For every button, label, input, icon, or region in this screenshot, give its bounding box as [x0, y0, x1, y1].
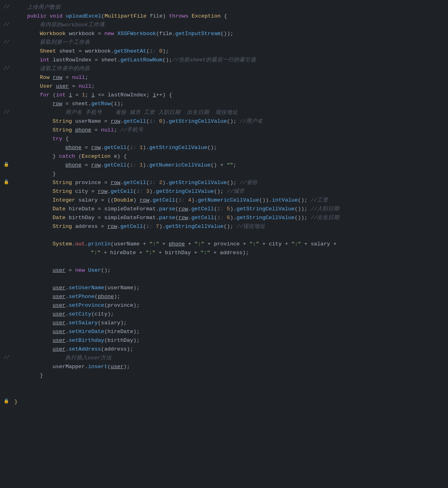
line-content-12: row = sheet.getRow(i); [13, 100, 448, 108]
code-line-13: // 用户名 手机号 省份 城市 工资 入职日期 出生日期 现住地址 [0, 108, 448, 117]
line-content-45 [13, 389, 448, 398]
code-line-5: // 获取到第一个工作表 [0, 38, 448, 47]
code-line-21: 🔒 String province = row.getCell(i: 2).ge… [0, 178, 448, 187]
gutter-33 [0, 284, 13, 284]
line-content-46: } [13, 398, 448, 406]
code-line-7: int lastRowIndex = sheet.getLastRowNum()… [0, 56, 448, 65]
code-line-46: 🔒 } [0, 398, 448, 406]
gutter-17 [0, 143, 13, 144]
code-line-38: user.setHireDate(hireDate); [0, 327, 448, 336]
code-line-33: user.setUserName(userName); [0, 284, 448, 292]
gutter-23 [0, 196, 13, 196]
gutter-27 [0, 231, 13, 231]
gutter-12 [0, 100, 13, 100]
line-content-44 [13, 380, 448, 389]
gutter-31 [0, 266, 13, 267]
line-content-26: String address = row.getCell(i: 7).getSt… [13, 222, 448, 231]
gutter-40 [0, 345, 13, 345]
code-editor: // 上传用户数据 public void uploadExcel(Multip… [0, 0, 448, 410]
line-content-18: } catch (Exception e) { [13, 152, 448, 161]
line-content-39: user.setBirthday(birthDay); [13, 336, 448, 345]
gutter-13: // [0, 108, 13, 116]
code-line-29: ":" + hireDate + ":" + birthDay + ":" + … [0, 249, 448, 257]
line-content-20: } [13, 170, 448, 178]
gutter-20 [0, 170, 13, 170]
line-content-34: user.setPhone(phone); [13, 292, 448, 301]
code-line-12: row = sheet.getRow(i); [0, 100, 448, 108]
gutter-15 [0, 126, 13, 126]
gutter-22 [0, 187, 13, 188]
line-content-40: user.setAddress(address); [13, 345, 448, 354]
code-line-25: Date birthDay = simpleDateFormat.parse(r… [0, 214, 448, 222]
gutter-5: // [0, 38, 13, 46]
gutter-16 [0, 135, 13, 135]
code-line-18: } catch (Exception e) { [0, 152, 448, 161]
gutter-25 [0, 214, 13, 214]
gutter-4 [0, 29, 13, 30]
code-line-22: String city = row.getCell(i: 3).getStrin… [0, 187, 448, 196]
gutter-44 [0, 380, 13, 380]
line-content-28: System.out.println(userName + ":" + phon… [13, 240, 448, 249]
code-line-42: userMapper.insert(user); [0, 363, 448, 371]
line-content-19: phone = row.getCell(i: 1).getNumericCell… [13, 161, 448, 170]
gutter-10 [0, 82, 13, 82]
code-line-37: user.setSalary(salary); [0, 319, 448, 327]
code-line-35: user.setProvince(province); [0, 301, 448, 310]
gutter-28 [0, 240, 13, 240]
code-line-9: Row row = null; [0, 73, 448, 82]
line-content-36: user.setCity(city); [13, 310, 448, 319]
line-content-43: } [13, 371, 448, 380]
line-content-15: String phone = null; //手机号 [13, 126, 448, 135]
code-line-17: phone = row.getCell(i: 1).getStringCellV… [0, 143, 448, 152]
gutter-39 [0, 336, 13, 337]
code-line-43: } [0, 371, 448, 380]
gutter-29 [0, 249, 13, 249]
code-line-8: // 读取工作表中的内容 [0, 65, 448, 73]
gutter-11 [0, 91, 13, 91]
code-line-16: try { [0, 135, 448, 143]
line-content-9: Row row = null; [13, 73, 448, 82]
gutter-37 [0, 319, 13, 319]
gutter-35 [0, 301, 13, 302]
code-line-36: user.setCity(city); [0, 310, 448, 319]
gutter-24 [0, 205, 13, 205]
gutter-26 [0, 222, 13, 223]
gutter-45 [0, 389, 13, 389]
line-content-38: user.setHireDate(hireDate); [13, 327, 448, 336]
code-line-45 [0, 389, 448, 398]
code-line-24: Date hireDate = simpleDateFormat.parse(r… [0, 205, 448, 214]
code-line-6: Sheet sheet = workbook.getSheetAt(i: 0); [0, 47, 448, 56]
line-content-4: Workbook workbook = new XSSFWorkbook(fil… [13, 29, 448, 38]
line-content-41: 执行插入user方法 [13, 354, 448, 363]
code-line-26: String address = row.getCell(i: 7).getSt… [0, 222, 448, 231]
code-line-15: String phone = null; //手机号 [0, 126, 448, 135]
code-line-27 [0, 231, 448, 240]
line-content-35: user.setProvince(province); [13, 301, 448, 310]
code-line-11: for (int i = 1; i <= lastRowIndex; i++) … [0, 91, 448, 100]
line-content-30 [13, 257, 448, 266]
code-line-20: } [0, 170, 448, 178]
line-content-37: user.setSalary(salary); [13, 319, 448, 327]
line-content-16: try { [13, 135, 448, 143]
line-content-6: Sheet sheet = workbook.getSheetAt(i: 0); [13, 47, 448, 56]
line-content-1: 上传用户数据 [13, 3, 448, 12]
code-line-34: user.setPhone(phone); [0, 292, 448, 301]
line-content-22: String city = row.getCell(i: 3).getStrin… [13, 187, 448, 196]
gutter-34 [0, 292, 13, 293]
gutter-6 [0, 47, 13, 47]
gutter-30 [0, 257, 13, 258]
code-line-1: // 上传用户数据 [0, 3, 448, 12]
gutter-46: 🔒 [0, 398, 13, 405]
line-content-27 [13, 231, 448, 240]
gutter-7 [0, 56, 13, 56]
code-line-31: user = new User(); [0, 266, 448, 275]
code-line-41: // 执行插入user方法 [0, 354, 448, 363]
line-content-31: user = new User(); [13, 266, 448, 275]
line-content-8: 读取工作表中的内容 [13, 65, 448, 73]
gutter-32 [0, 275, 13, 275]
gutter-3: // [0, 21, 13, 29]
code-line-44 [0, 380, 448, 389]
code-line-2: public void uploadExcel(MultipartFile fi… [0, 12, 448, 21]
line-content-11: for (int i = 1; i <= lastRowIndex; i++) … [13, 91, 448, 100]
line-content-21: String province = row.getCell(i: 2).getS… [13, 178, 448, 187]
